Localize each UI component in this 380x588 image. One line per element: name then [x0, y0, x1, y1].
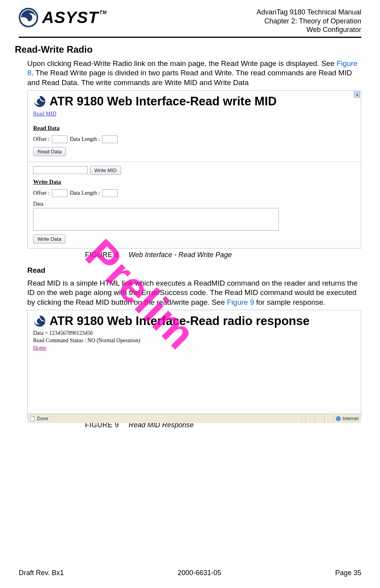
logo-word: ASYST: [42, 8, 99, 27]
read-data-length-label: Data Length :: [70, 136, 100, 142]
write-offset-input[interactable]: [52, 189, 67, 197]
read-data-length-input[interactable]: [102, 135, 118, 143]
write-offset-row: Offset : Data Length :: [33, 189, 355, 197]
atr-swirl-icon: [33, 95, 46, 108]
home-link[interactable]: Home: [33, 345, 46, 351]
page-icon: [30, 416, 35, 421]
write-mid-input[interactable]: [33, 166, 88, 174]
scrollbar-up-icon[interactable]: ▴: [354, 91, 360, 98]
xref-figure-9[interactable]: Figure 9: [227, 298, 254, 306]
logo-tm: TM: [99, 10, 107, 15]
data-label: Data: [33, 201, 355, 207]
write-data-heading: Write Data: [33, 179, 61, 185]
fig8-label: FIGURE 8: [85, 251, 119, 259]
read-mid-link[interactable]: Read MID: [33, 111, 57, 117]
write-data-length-label: Data Length :: [70, 190, 100, 196]
doc-chapter: Chapter 2: Theory of Operation: [256, 17, 361, 26]
status-done-text: Done: [37, 416, 48, 421]
read-paragraph: Read MID is a simple HTML link which exe…: [27, 279, 361, 307]
figure-8-caption: FIGURE 8 Web Interface - Read Write Page: [85, 251, 361, 259]
doc-title: AdvanTag 9180 Technical Manual: [256, 8, 361, 17]
atr-swirl-icon: [33, 314, 46, 328]
asyst-swirl-icon: [19, 8, 38, 27]
status-zone-text: Internet: [343, 416, 359, 421]
fig8-title: ATR 9180 Web Interface-Read write MID: [49, 94, 277, 108]
fig9-title: ATR 9180 Web Interface-Read radio respon…: [49, 314, 309, 328]
data-textarea[interactable]: [33, 208, 279, 231]
write-offset-label: Offset :: [33, 190, 49, 196]
doc-section: Web Configurator: [256, 25, 361, 34]
response-status-line: Read Command Status : NO (Normal Operati…: [33, 337, 355, 345]
divider: [28, 162, 361, 162]
page-header: ASYST TM AdvanTag 9180 Technical Manual …: [19, 8, 361, 38]
internet-zone-icon: [336, 416, 341, 421]
write-data-button[interactable]: Write Data: [33, 234, 65, 243]
write-data-length-input[interactable]: [102, 189, 118, 197]
write-mid-button[interactable]: Write MID: [90, 166, 121, 175]
logo: ASYST TM: [19, 8, 107, 27]
section-title-read-write-radio: Read-Write Radio: [15, 44, 361, 55]
subsection-title-read: Read: [27, 266, 361, 275]
read-data-heading: Read Data: [33, 125, 60, 131]
read-offset-input[interactable]: [52, 135, 67, 143]
figure-9-screenshot: ATR 9180 Web Interface-Read radio respon…: [27, 310, 361, 419]
ie-status-bar: Done Internet: [28, 414, 361, 423]
fig8-desc: Web Interface - Read Write Page: [129, 251, 232, 259]
read-offset-row: Offset : Data Length :: [33, 135, 355, 143]
footer-docnum: 2000-6631-05: [178, 569, 221, 577]
footer-rev: Draft Rev. Bx1: [19, 569, 64, 577]
page-footer: Draft Rev. Bx1 2000-6631-05 Page 35: [19, 569, 361, 577]
footer-page: Page 35: [335, 569, 361, 577]
header-doc-info: AdvanTag 9180 Technical Manual Chapter 2…: [256, 8, 361, 34]
read-offset-label: Offset :: [33, 136, 49, 142]
response-data-line: Data = 1234567890123456: [33, 330, 355, 337]
intro-paragraph: Upon clicking Read-Write Radio link on t…: [27, 59, 361, 88]
read-data-button[interactable]: Read Data: [33, 147, 66, 156]
logo-text: ASYST TM: [42, 8, 107, 27]
figure-8-screenshot: ▴ ATR 9180 Web Interface-Read write MID …: [27, 90, 361, 249]
